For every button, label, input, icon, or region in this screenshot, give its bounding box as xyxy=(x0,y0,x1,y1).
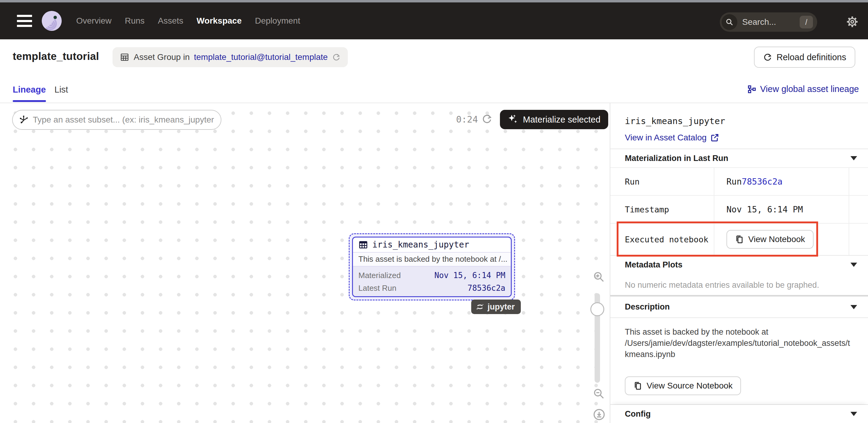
nav-menu: Overview Runs Assets Workspace Deploymen… xyxy=(76,16,300,26)
section-title: Config xyxy=(625,410,651,419)
row-value-executed-notebook: View Notebook xyxy=(714,223,849,255)
nav-item-workspace[interactable]: Workspace xyxy=(196,16,242,26)
sparkles-icon xyxy=(508,114,519,125)
search-input[interactable]: Search... / xyxy=(720,12,817,32)
reload-definitions-button[interactable]: Reload definitions xyxy=(754,47,855,68)
row-label-executed-notebook: Executed notebook xyxy=(610,223,714,255)
tab-lineage[interactable]: Lineage xyxy=(13,85,46,95)
row-label-run: Run xyxy=(610,168,714,195)
section-materialization-last-run[interactable]: Materialization in Last Run xyxy=(610,149,868,167)
compute-kind-tag-jupyter[interactable]: jupyter xyxy=(471,300,521,314)
asset-node-card[interactable]: iris_kmeans_jupyter This asset is backed… xyxy=(352,237,512,297)
window-top-strip xyxy=(0,0,868,2)
description-text: This asset is backed by the notebook at … xyxy=(625,327,854,360)
description-line: kmeans.ipynb xyxy=(625,349,854,360)
view-in-asset-catalog-link[interactable]: View in Asset Catalog xyxy=(625,133,868,143)
external-link-icon xyxy=(710,133,719,142)
nav-item-overview[interactable]: Overview xyxy=(76,16,112,26)
nav-item-assets[interactable]: Assets xyxy=(158,16,183,26)
view-source-notebook-label: View Source Notebook xyxy=(647,381,733,391)
asset-details-sidebar: iris_kmeans_jupyter View in Asset Catalo… xyxy=(610,103,868,423)
stat-label: Materialized xyxy=(359,271,401,280)
asset-subset-input[interactable] xyxy=(33,115,217,125)
catalog-link-label: View in Asset Catalog xyxy=(625,133,707,143)
zoom-slider-handle[interactable] xyxy=(590,302,604,316)
dagster-logo[interactable] xyxy=(42,11,62,31)
breadcrumb-workspace-link[interactable]: template_tutorial@tutorial_template xyxy=(194,52,328,62)
asset-node-description: This asset is backed by the notebook at … xyxy=(353,253,511,266)
search-shortcut-badge: / xyxy=(800,16,813,28)
tag-label: jupyter xyxy=(488,302,515,312)
asset-graph-filter-icon xyxy=(19,115,28,125)
jupyter-icon xyxy=(475,302,485,311)
table-icon xyxy=(359,240,368,250)
stat-label: Latest Run xyxy=(359,283,397,293)
chevron-down-icon[interactable] xyxy=(850,263,857,267)
materialize-selected-label: Materialize selected xyxy=(523,115,600,125)
section-config[interactable]: Config xyxy=(610,405,868,423)
section-description[interactable]: Description xyxy=(610,297,868,318)
stat-value-run-link[interactable]: 78536c2a xyxy=(468,283,505,293)
section-title: Description xyxy=(625,302,670,312)
tabs-row: Lineage List View global asset lineage xyxy=(0,79,868,103)
top-navbar: Overview Runs Assets Workspace Deploymen… xyxy=(0,2,868,39)
asset-node-header: iris_kmeans_jupyter xyxy=(353,238,511,253)
run-prefix: Run xyxy=(726,177,742,187)
global-lineage-label: View global asset lineage xyxy=(760,84,859,94)
row-value-timestamp: Nov 15, 6:14 PM xyxy=(714,196,849,223)
chevron-down-icon[interactable] xyxy=(850,305,857,309)
lineage-icon xyxy=(747,85,756,94)
tab-list[interactable]: List xyxy=(55,85,68,95)
download-view-icon[interactable] xyxy=(593,408,606,421)
asset-group-icon xyxy=(120,52,129,62)
reload-workspace-icon[interactable] xyxy=(332,53,341,61)
materialize-selected-button[interactable]: Materialize selected xyxy=(500,110,608,129)
search-icon xyxy=(722,14,737,30)
asset-subset-input-wrap xyxy=(12,110,221,130)
stat-row-materialized: Materialized Nov 15, 6:14 PM xyxy=(359,269,505,282)
breadcrumb-prefix: Asset Group in xyxy=(134,52,190,62)
description-line: This asset is backed by the notebook at xyxy=(625,327,854,338)
row-label-timestamp: Timestamp xyxy=(610,196,714,223)
asset-node-title: iris_kmeans_jupyter xyxy=(372,240,469,250)
chevron-down-icon[interactable] xyxy=(850,412,857,416)
hamburger-menu-icon[interactable] xyxy=(17,15,32,27)
search-placeholder: Search... xyxy=(742,17,800,27)
reload-icon xyxy=(763,53,772,62)
nav-item-runs[interactable]: Runs xyxy=(125,16,145,26)
row-value-run: Run 78536c2a xyxy=(714,168,849,195)
section-title: Materialization in Last Run xyxy=(625,154,728,163)
page-header: template_tutorial Asset Group in templat… xyxy=(0,39,868,79)
table-row-run: Run Run 78536c2a xyxy=(610,167,868,195)
sidebar-asset-title: iris_kmeans_jupyter xyxy=(625,116,868,126)
run-id-link[interactable]: 78536c2a xyxy=(742,177,783,187)
section-metadata-plots[interactable]: Metadata Plots xyxy=(610,255,868,274)
view-source-notebook-button[interactable]: View Source Notebook xyxy=(625,376,741,395)
view-notebook-button[interactable]: View Notebook xyxy=(726,230,813,249)
section-title: Metadata Plots xyxy=(625,260,683,270)
stat-row-latest-run: Latest Run 78536c2a xyxy=(359,282,505,294)
notebook-icon xyxy=(633,381,642,390)
view-notebook-label: View Notebook xyxy=(748,235,805,244)
zoom-out-icon[interactable] xyxy=(593,388,605,400)
notebook-icon xyxy=(735,235,744,244)
zoom-in-icon[interactable] xyxy=(593,271,605,283)
asset-graph-pane[interactable]: 0:24 Materialize selected xyxy=(0,103,610,423)
chevron-down-icon[interactable] xyxy=(850,156,857,160)
reload-definitions-label: Reload definitions xyxy=(776,52,846,62)
page-title: template_tutorial xyxy=(13,50,99,62)
asset-node-stats: Materialized Nov 15, 6:14 PM Latest Run … xyxy=(353,266,511,296)
stat-value: Nov 15, 6:14 PM xyxy=(434,271,505,280)
description-line: /Users/jamie/dev/dagster/examples/tutori… xyxy=(625,338,854,349)
view-global-asset-lineage-link[interactable]: View global asset lineage xyxy=(747,84,859,94)
table-row-executed-notebook: Executed notebook View Notebook xyxy=(610,223,868,255)
render-timer: 0:24 xyxy=(456,114,478,125)
refresh-graph-icon[interactable] xyxy=(482,114,492,124)
asset-group-breadcrumb: Asset Group in template_tutorial@tutoria… xyxy=(113,47,348,67)
asset-node-selection[interactable]: iris_kmeans_jupyter This asset is backed… xyxy=(349,233,515,300)
metadata-plots-empty-text: No numeric metadata entries available to… xyxy=(625,280,868,290)
settings-gear-icon[interactable] xyxy=(845,14,860,29)
table-row-timestamp: Timestamp Nov 15, 6:14 PM xyxy=(610,195,868,223)
dagster-app: Overview Runs Assets Workspace Deploymen… xyxy=(0,0,868,423)
nav-item-deployment[interactable]: Deployment xyxy=(255,16,300,26)
